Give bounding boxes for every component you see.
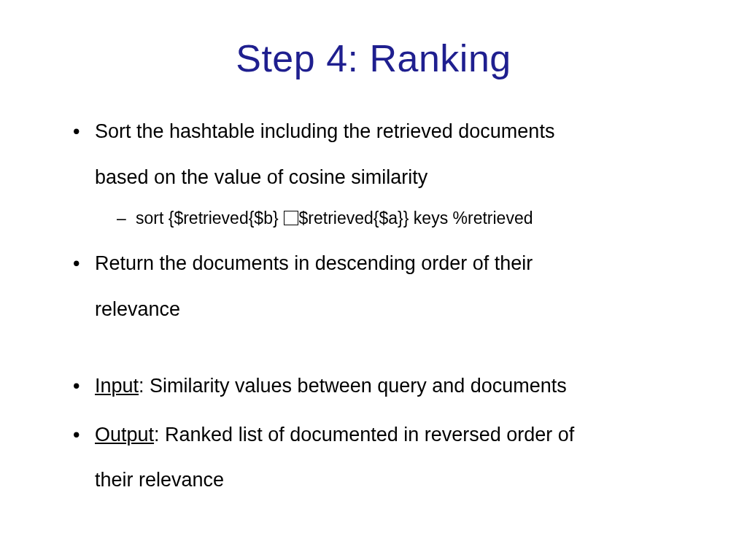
bullet-2: Return the documents in descending order… [73,249,703,324]
missing-glyph-icon [284,211,298,225]
bullet-1: Sort the hashtable including the retriev… [73,117,703,230]
bullet-1-line-2: based on the value of cosine similarity [95,163,703,192]
slide-title: Step 4: Ranking [44,36,703,80]
sub-bullet-1-pre: sort {$retrieved{$b} [136,209,283,228]
bullet-3: Input: Similarity values between query a… [73,371,703,401]
bullet-1-line-1: Sort the hashtable including the retriev… [95,120,554,142]
slide: Step 4: Ranking Sort the hashtable inclu… [0,0,747,560]
sub-bullet-list: sort {$retrieved{$b} $retrieved{$a}} key… [95,206,703,230]
bullet-4-text: : Ranked list of documented in reversed … [154,424,574,446]
sub-bullet-1: sort {$retrieved{$b} $retrieved{$a}} key… [117,206,703,230]
bullet-3-text: : Similarity values between query and do… [139,375,567,397]
bullet-4-label: Output [95,424,154,446]
bullet-4-line-2: their relevance [95,465,703,495]
bullet-list: Sort the hashtable including the retriev… [44,117,703,495]
bullet-2-line-1: Return the documents in descending order… [95,252,533,274]
bullet-2-line-2: relevance [95,295,703,324]
sub-bullet-1-post: $retrieved{$a}} keys %retrieved [299,209,533,228]
bullet-4: Output: Ranked list of documented in rev… [73,420,703,495]
bullet-3-label: Input [95,375,139,397]
